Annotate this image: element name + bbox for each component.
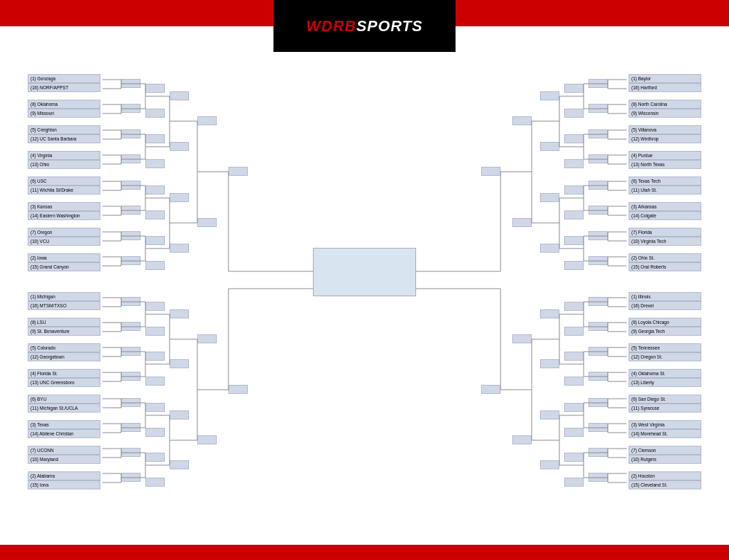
east-r2-3 xyxy=(121,372,141,381)
east-team-7: (4) Florida St. xyxy=(28,369,100,378)
east-r2-4 xyxy=(121,398,141,407)
south-r2-3 xyxy=(588,154,608,163)
east-r2w-5 xyxy=(145,428,165,437)
top-bar-left xyxy=(0,0,273,26)
south-team-3: (8) North Carolina xyxy=(629,100,701,109)
west-r2-0 xyxy=(121,79,141,88)
mw-r2-2 xyxy=(588,347,608,356)
east-r2-2 xyxy=(121,347,141,356)
west-team-6: (12) UC Santa Barbara xyxy=(28,134,100,143)
west-team-16: (15) Grand Canyon xyxy=(28,262,100,271)
mw-r4-1 xyxy=(512,334,532,343)
south-r2-2 xyxy=(588,129,608,138)
west-r2-5 xyxy=(121,206,141,215)
west-r3-3 xyxy=(170,244,189,253)
west-team-1: (1) Gonzaga xyxy=(28,74,100,83)
west-r2-7 xyxy=(121,256,141,265)
west-r2-4 xyxy=(121,181,141,190)
mw-r2w-7 xyxy=(564,478,584,487)
east-r3-3 xyxy=(170,460,189,469)
mw-ff xyxy=(481,385,501,394)
west-r2-1 xyxy=(121,104,141,113)
south-team-16: (15) Oral Roberts xyxy=(629,262,701,271)
west-r2-6 xyxy=(121,231,141,240)
midwest-team-8: (13) Liberty xyxy=(629,378,701,387)
east-team-11: (3) Texas xyxy=(28,420,100,429)
south-r2w-5 xyxy=(564,210,584,219)
mw-r2-7 xyxy=(588,473,608,482)
midwest-team-6: (12) Oregon St. xyxy=(629,352,701,361)
mw-r2w-4 xyxy=(564,403,584,412)
mw-r2-0 xyxy=(588,297,608,306)
west-r2w-0 xyxy=(145,84,165,93)
south-r2w-3 xyxy=(564,159,584,168)
east-team-14: (10) Maryland xyxy=(28,455,100,464)
sports-text: SPORTS xyxy=(357,17,423,35)
west-r2w-5 xyxy=(145,210,165,219)
east-r2-1 xyxy=(121,322,141,331)
south-team-12: (14) Colgate xyxy=(629,211,701,220)
header-box: WDRBSPORTS xyxy=(273,0,456,52)
midwest-team-1: (1) Illinois xyxy=(629,292,701,301)
mw-r2w-5 xyxy=(564,428,584,437)
west-r2w-1 xyxy=(145,109,165,118)
east-team-9: (6) BYU xyxy=(28,395,100,404)
east-team-13: (7) UCONN xyxy=(28,446,100,455)
east-team-12: (14) Abilene Christian xyxy=(28,429,100,438)
west-r3-0 xyxy=(170,91,189,100)
south-r2w-0 xyxy=(564,84,584,93)
south-team-14: (10) Virginia Tech xyxy=(629,237,701,246)
east-ff xyxy=(228,385,248,394)
east-r2w-4 xyxy=(145,403,165,412)
wdrb-text: WDRB xyxy=(306,17,356,35)
west-team-14: (10) VCU xyxy=(28,237,100,246)
east-r3-0 xyxy=(170,309,189,318)
west-r2w-3 xyxy=(145,159,165,168)
south-team-4: (9) Wisconsin xyxy=(629,109,701,118)
west-r3-2 xyxy=(170,193,189,202)
mw-r2-3 xyxy=(588,372,608,381)
mw-r2-1 xyxy=(588,322,608,331)
east-r2w-7 xyxy=(145,478,165,487)
east-team-10: (11) Michigan St./UCLA xyxy=(28,404,100,413)
east-team-6: (12) Georgetown xyxy=(28,352,100,361)
mw-r4-2 xyxy=(512,435,532,444)
midwest-team-5: (5) Tennessee xyxy=(629,343,701,352)
west-ff xyxy=(228,167,248,176)
west-r2-2 xyxy=(121,129,141,138)
west-team-2: (16) NORF/APPST xyxy=(28,83,100,92)
west-r2w-4 xyxy=(145,186,165,195)
midwest-team-7: (4) Oklahoma St. xyxy=(629,369,701,378)
east-r3-1 xyxy=(170,359,189,368)
west-r4-2 xyxy=(197,218,217,227)
south-r2-4 xyxy=(588,181,608,190)
west-team-12: (14) Eastern Washington xyxy=(28,211,100,220)
mw-r2w-2 xyxy=(564,352,584,361)
mw-r2-4 xyxy=(588,398,608,407)
west-team-10: (11) Wichita St/Drake xyxy=(28,186,100,195)
east-team-2: (16) MTSM/TXSO xyxy=(28,301,100,310)
mw-r2w-1 xyxy=(564,327,584,336)
west-team-3: (8) Oklahoma xyxy=(28,100,100,109)
midwest-team-4: (9) Georgia Tech xyxy=(629,327,701,336)
mw-r2w-0 xyxy=(564,302,584,311)
east-r3-2 xyxy=(170,410,189,419)
south-team-1: (1) Baylor xyxy=(629,74,701,83)
mw-r3-1 xyxy=(540,359,559,368)
top-bar-right xyxy=(456,0,729,26)
mw-r3-0 xyxy=(540,309,559,318)
mw-r3-3 xyxy=(540,460,559,469)
south-r3-2 xyxy=(540,193,559,202)
west-team-15: (2) Iowa xyxy=(28,253,100,262)
west-team-9: (6) USC xyxy=(28,177,100,186)
south-r3-1 xyxy=(540,142,559,151)
south-r2-5 xyxy=(588,206,608,215)
west-team-4: (9) Missouri xyxy=(28,109,100,118)
west-r4-1 xyxy=(197,116,217,125)
mw-r2-6 xyxy=(588,448,608,457)
south-team-6: (12) Winthrop xyxy=(629,134,701,143)
south-r4-1 xyxy=(512,116,532,125)
west-team-11: (3) Kansas xyxy=(28,202,100,211)
south-r2-1 xyxy=(588,104,608,113)
mw-r3-2 xyxy=(540,410,559,419)
